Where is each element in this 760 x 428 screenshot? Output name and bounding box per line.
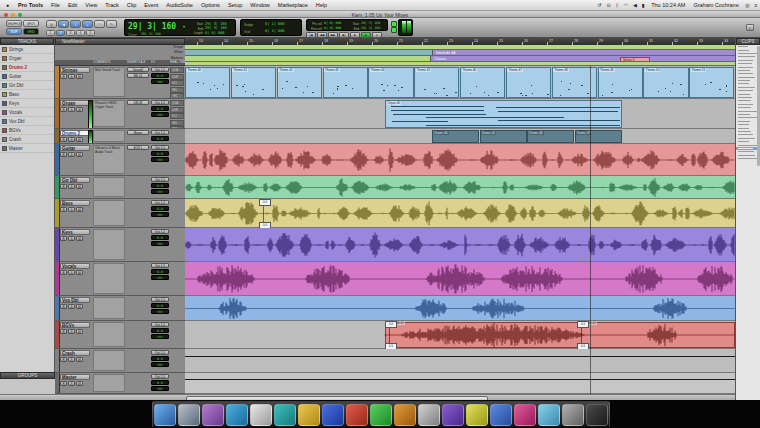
marker-verse[interactable]: Verse 3 [620, 57, 650, 62]
lane-gtr-dbl[interactable] [185, 176, 735, 199]
io-output-button[interactable]: Out 1-2 [151, 263, 169, 268]
track-name[interactable]: Organ [60, 100, 90, 106]
record-arm-button[interactable]: R [60, 137, 67, 142]
pan-readout[interactable]: <0> [151, 241, 169, 246]
insert-button[interactable]: DB-33 [127, 100, 149, 105]
dock-icon[interactable] [226, 404, 248, 426]
io-output-button[interactable]: Out 1-2 [151, 130, 169, 135]
menu-item-clip[interactable]: Clip [123, 2, 140, 8]
record-arm-button[interactable]: R [60, 74, 67, 79]
grabber-tool[interactable]: + [82, 20, 93, 28]
io-output-button[interactable]: Out 1-2 [151, 100, 169, 105]
lane-drums-2[interactable]: Drums 44Drums 45Drums 46Drums 47 [185, 129, 735, 144]
midi-clip[interactable]: Drums 45 [480, 130, 527, 143]
automation-tag[interactable]: 0.0 [259, 199, 271, 206]
dock-icon[interactable] [370, 404, 392, 426]
link-edit-icon[interactable] [391, 27, 397, 33]
dock-icon[interactable] [514, 404, 536, 426]
play-button[interactable]: ▶ [361, 32, 371, 38]
midi-clip[interactable]: Theme 45 [414, 67, 459, 98]
dock-icon[interactable] [154, 404, 176, 426]
tracks-list-item[interactable]: Guitar [0, 72, 54, 81]
track-name[interactable]: Gtr Dbl [60, 177, 90, 183]
lane-vox-dbl[interactable] [185, 296, 735, 321]
automation-tag[interactable]: 0.0 [385, 321, 397, 328]
clips-scrollbar[interactable] [757, 46, 760, 166]
menu-item-pro-tools[interactable]: Pro Tools [14, 2, 47, 8]
menu-item-options[interactable]: Options [197, 2, 224, 8]
rtp-qua[interactable]: QUA [170, 100, 184, 106]
bar-ruler[interactable]: 1314151617181920212223242526272829303132… [185, 38, 735, 45]
io-output-button[interactable]: Out 1-2 [151, 297, 169, 302]
volume-readout[interactable]: 0.0 [151, 269, 169, 274]
dock-icon[interactable] [418, 404, 440, 426]
solo-button[interactable]: S [68, 137, 75, 142]
solo-button[interactable]: S [68, 74, 75, 79]
window-title-bar[interactable]: Kam_1.05 Up Your Mixes [0, 11, 760, 18]
spotlight-icon[interactable]: ◎ [743, 2, 752, 8]
record-arm-button[interactable]: R [60, 304, 67, 309]
toolbar-menu-icon[interactable]: ≡ [746, 24, 754, 31]
dock-icon[interactable] [250, 404, 272, 426]
lane-keys[interactable] [185, 228, 735, 262]
lane-vocals[interactable] [185, 262, 735, 296]
midi-clip[interactable]: Theme 49 [598, 67, 643, 98]
mute-button[interactable]: M [76, 357, 83, 362]
rtp-dly[interactable]: DLY [170, 80, 184, 86]
midi-clip[interactable]: Theme 40 [185, 67, 230, 98]
menu-item-setup[interactable]: Setup [224, 2, 246, 8]
solo-button[interactable]: S [68, 270, 75, 275]
insert-button[interactable]: Xpand2 [127, 67, 149, 72]
dock-icon[interactable] [274, 404, 296, 426]
counter-dropdown-icon[interactable]: ▾ [183, 24, 185, 29]
lane-guitar[interactable] [185, 144, 735, 176]
mute-button[interactable]: M [76, 107, 83, 112]
groups-panel-header[interactable]: GROUPS [0, 372, 55, 379]
selector-tool[interactable]: I [70, 20, 81, 28]
dock-icon[interactable] [538, 404, 560, 426]
lane-bass[interactable]: 0.00.0 [185, 199, 735, 228]
notification-center-icon[interactable]: ≡ [752, 2, 760, 8]
apple-menu-icon[interactable]: ● [0, 2, 14, 8]
menu-clock[interactable]: Thu 10:24 AM [647, 2, 689, 8]
volume-readout[interactable]: 0.0 [151, 206, 169, 211]
edit-mode-spot[interactable]: SPOT [23, 20, 39, 27]
io-output-button[interactable]: Out 1-2 [151, 67, 169, 72]
zoom-preset-3[interactable]: 3 [66, 30, 75, 36]
dock-icon[interactable] [298, 404, 320, 426]
menu-item-edit[interactable]: Edit [64, 2, 81, 8]
menu-item-event[interactable]: Event [140, 2, 162, 8]
track-name[interactable]: Crash [60, 350, 90, 356]
clips-panel-header[interactable]: CLIPS [736, 38, 760, 45]
pan-readout[interactable]: <0> [151, 79, 169, 84]
record-arm-button[interactable]: R [60, 381, 67, 386]
rtp-dur[interactable]: DUR [170, 107, 184, 113]
solo-button[interactable]: S [68, 207, 75, 212]
track-name[interactable]: Master [60, 374, 90, 380]
trim-tool[interactable]: ◄ [58, 20, 69, 28]
lane-crash[interactable] [185, 349, 735, 373]
midi-clip[interactable]: Theme 43 [323, 67, 368, 98]
tracks-list-item[interactable]: Vocals [0, 108, 54, 117]
midi-clip[interactable]: Theme 42 [277, 67, 322, 98]
io-output-button[interactable]: Out 1-2 [151, 350, 169, 355]
pan-readout[interactable]: <0> [151, 386, 169, 391]
pan-readout[interactable]: <0> [151, 112, 169, 117]
nudge-value[interactable]: 0| 1| 000 [265, 22, 284, 26]
rtp-vel[interactable]: VEL [170, 87, 184, 93]
battery-icon[interactable]: ▮ [639, 2, 647, 8]
menu-item-track[interactable]: Track [101, 2, 123, 8]
mute-button[interactable]: M [76, 304, 83, 309]
midi-clip[interactable]: Drums 46 [527, 130, 574, 143]
tracks-list-item[interactable]: Strings [0, 45, 54, 54]
record-arm-button[interactable]: R [60, 184, 67, 189]
dock-icon[interactable] [490, 404, 512, 426]
record-arm-button[interactable]: R [60, 107, 67, 112]
automation-tag[interactable]: 0.0 [577, 321, 589, 328]
volume-readout[interactable]: 0.0 [151, 106, 169, 111]
display-icon[interactable]: ⊙ [604, 2, 613, 8]
record-arm-button[interactable]: R [60, 270, 67, 275]
rtp-qua[interactable]: QUA [170, 67, 184, 73]
io-output-button[interactable]: Out 1-2 [151, 200, 169, 205]
dock-icon[interactable] [178, 404, 200, 426]
